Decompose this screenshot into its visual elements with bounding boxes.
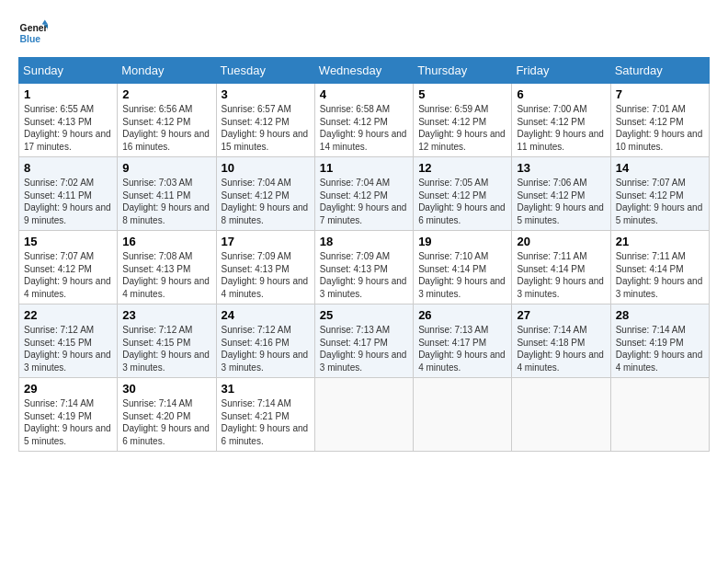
day-info: Sunrise: 7:09 AM Sunset: 4:13 PM Dayligh…	[222, 250, 310, 300]
logo: General Blue	[18, 18, 51, 48]
day-cell-19: 19 Sunrise: 7:10 AM Sunset: 4:14 PM Dayl…	[414, 231, 512, 304]
day-cell-5: 5 Sunrise: 6:59 AM Sunset: 4:12 PM Dayli…	[414, 84, 512, 157]
day-cell-15: 15 Sunrise: 7:07 AM Sunset: 4:12 PM Dayl…	[19, 231, 118, 304]
day-cell-25: 25 Sunrise: 7:13 AM Sunset: 4:17 PM Dayl…	[314, 304, 413, 378]
weekday-friday: Friday	[512, 58, 610, 84]
day-cell-29: 29 Sunrise: 7:14 AM Sunset: 4:19 PM Dayl…	[19, 378, 118, 452]
day-info: Sunrise: 6:59 AM Sunset: 4:12 PM Dayligh…	[418, 103, 506, 153]
day-info: Sunrise: 7:06 AM Sunset: 4:12 PM Dayligh…	[517, 177, 605, 226]
header: General Blue	[18, 18, 710, 48]
day-cell-31: 31 Sunrise: 7:14 AM Sunset: 4:21 PM Dayl…	[216, 378, 314, 452]
weekday-tuesday: Tuesday	[216, 58, 314, 84]
day-cell-18: 18 Sunrise: 7:09 AM Sunset: 4:13 PM Dayl…	[314, 231, 413, 304]
day-number: 16	[122, 235, 210, 248]
day-number: 28	[616, 308, 704, 322]
day-number: 27	[517, 308, 605, 322]
day-number: 22	[24, 308, 112, 322]
logo-icon: General Blue	[18, 18, 48, 48]
day-number: 12	[418, 161, 506, 175]
day-cell-30: 30 Sunrise: 7:14 AM Sunset: 4:20 PM Dayl…	[118, 378, 216, 452]
svg-marker-2	[42, 20, 48, 25]
day-number: 11	[320, 161, 408, 175]
week-row-4: 22 Sunrise: 7:12 AM Sunset: 4:15 PM Dayl…	[19, 304, 710, 378]
day-cell-11: 11 Sunrise: 7:04 AM Sunset: 4:12 PM Dayl…	[314, 157, 413, 231]
day-number: 30	[122, 382, 210, 396]
day-number: 13	[517, 161, 605, 175]
day-cell-21: 21 Sunrise: 7:11 AM Sunset: 4:14 PM Dayl…	[610, 231, 709, 304]
day-info: Sunrise: 7:12 AM Sunset: 4:15 PM Dayligh…	[24, 324, 112, 373]
day-number: 1	[24, 87, 112, 101]
day-info: Sunrise: 6:57 AM Sunset: 4:12 PM Dayligh…	[222, 103, 310, 153]
day-cell-2: 2 Sunrise: 6:56 AM Sunset: 4:12 PM Dayli…	[118, 84, 216, 157]
day-info: Sunrise: 7:02 AM Sunset: 4:11 PM Dayligh…	[24, 177, 112, 226]
day-number: 20	[517, 235, 605, 248]
day-cell-26: 26 Sunrise: 7:13 AM Sunset: 4:17 PM Dayl…	[414, 304, 512, 378]
day-cell-23: 23 Sunrise: 7:12 AM Sunset: 4:15 PM Dayl…	[118, 304, 216, 378]
day-info: Sunrise: 7:07 AM Sunset: 4:12 PM Dayligh…	[24, 250, 112, 300]
day-number: 18	[320, 235, 408, 248]
day-number: 3	[222, 87, 310, 101]
svg-text:General: General	[20, 23, 48, 33]
day-info: Sunrise: 7:12 AM Sunset: 4:16 PM Dayligh…	[222, 324, 310, 373]
empty-cell	[512, 378, 610, 452]
week-row-3: 15 Sunrise: 7:07 AM Sunset: 4:12 PM Dayl…	[19, 231, 710, 304]
day-number: 23	[122, 308, 210, 322]
day-cell-10: 10 Sunrise: 7:04 AM Sunset: 4:12 PM Dayl…	[216, 157, 314, 231]
day-info: Sunrise: 7:00 AM Sunset: 4:12 PM Dayligh…	[517, 103, 605, 153]
day-info: Sunrise: 7:14 AM Sunset: 4:19 PM Dayligh…	[24, 397, 112, 447]
day-number: 8	[24, 161, 112, 175]
day-info: Sunrise: 7:13 AM Sunset: 4:17 PM Dayligh…	[418, 324, 506, 373]
day-info: Sunrise: 6:55 AM Sunset: 4:13 PM Dayligh…	[24, 103, 112, 153]
day-info: Sunrise: 7:11 AM Sunset: 4:14 PM Dayligh…	[517, 250, 605, 300]
day-info: Sunrise: 6:56 AM Sunset: 4:12 PM Dayligh…	[122, 103, 210, 153]
empty-cell	[414, 378, 512, 452]
day-cell-14: 14 Sunrise: 7:07 AM Sunset: 4:12 PM Dayl…	[610, 157, 709, 231]
day-cell-8: 8 Sunrise: 7:02 AM Sunset: 4:11 PM Dayli…	[19, 157, 118, 231]
day-cell-22: 22 Sunrise: 7:12 AM Sunset: 4:15 PM Dayl…	[19, 304, 118, 378]
day-number: 6	[517, 87, 605, 101]
day-info: Sunrise: 7:14 AM Sunset: 4:20 PM Dayligh…	[122, 397, 210, 447]
day-cell-9: 9 Sunrise: 7:03 AM Sunset: 4:11 PM Dayli…	[118, 157, 216, 231]
day-number: 15	[24, 235, 112, 248]
weekday-monday: Monday	[118, 58, 216, 84]
day-cell-27: 27 Sunrise: 7:14 AM Sunset: 4:18 PM Dayl…	[512, 304, 610, 378]
day-info: Sunrise: 7:01 AM Sunset: 4:12 PM Dayligh…	[616, 103, 704, 153]
day-number: 14	[616, 161, 704, 175]
day-info: Sunrise: 7:10 AM Sunset: 4:14 PM Dayligh…	[418, 250, 506, 300]
week-row-5: 29 Sunrise: 7:14 AM Sunset: 4:19 PM Dayl…	[19, 378, 710, 452]
day-number: 19	[418, 235, 506, 248]
day-number: 17	[222, 235, 310, 248]
day-cell-20: 20 Sunrise: 7:11 AM Sunset: 4:14 PM Dayl…	[512, 231, 610, 304]
day-info: Sunrise: 7:13 AM Sunset: 4:17 PM Dayligh…	[320, 324, 408, 373]
day-number: 7	[616, 87, 704, 101]
day-number: 9	[122, 161, 210, 175]
day-cell-12: 12 Sunrise: 7:05 AM Sunset: 4:12 PM Dayl…	[414, 157, 512, 231]
week-row-2: 8 Sunrise: 7:02 AM Sunset: 4:11 PM Dayli…	[19, 157, 710, 231]
svg-text:Blue: Blue	[20, 34, 41, 44]
day-cell-7: 7 Sunrise: 7:01 AM Sunset: 4:12 PM Dayli…	[610, 84, 709, 157]
day-info: Sunrise: 7:11 AM Sunset: 4:14 PM Dayligh…	[616, 250, 704, 300]
weekday-thursday: Thursday	[414, 58, 512, 84]
day-cell-13: 13 Sunrise: 7:06 AM Sunset: 4:12 PM Dayl…	[512, 157, 610, 231]
day-info: Sunrise: 7:04 AM Sunset: 4:12 PM Dayligh…	[320, 177, 408, 226]
day-info: Sunrise: 7:07 AM Sunset: 4:12 PM Dayligh…	[616, 177, 704, 226]
day-cell-24: 24 Sunrise: 7:12 AM Sunset: 4:16 PM Dayl…	[216, 304, 314, 378]
weekday-wednesday: Wednesday	[314, 58, 413, 84]
day-number: 5	[418, 87, 506, 101]
day-info: Sunrise: 7:14 AM Sunset: 4:21 PM Dayligh…	[222, 397, 310, 447]
day-info: Sunrise: 7:05 AM Sunset: 4:12 PM Dayligh…	[418, 177, 506, 226]
calendar-body: 1 Sunrise: 6:55 AM Sunset: 4:13 PM Dayli…	[19, 84, 710, 452]
day-info: Sunrise: 6:58 AM Sunset: 4:12 PM Dayligh…	[320, 103, 408, 153]
day-cell-17: 17 Sunrise: 7:09 AM Sunset: 4:13 PM Dayl…	[216, 231, 314, 304]
empty-cell	[610, 378, 709, 452]
weekday-header: SundayMondayTuesdayWednesdayThursdayFrid…	[19, 58, 710, 84]
week-row-1: 1 Sunrise: 6:55 AM Sunset: 4:13 PM Dayli…	[19, 84, 710, 157]
day-info: Sunrise: 7:14 AM Sunset: 4:19 PM Dayligh…	[616, 324, 704, 373]
day-number: 29	[24, 382, 112, 396]
day-info: Sunrise: 7:12 AM Sunset: 4:15 PM Dayligh…	[122, 324, 210, 373]
day-number: 2	[122, 87, 210, 101]
day-info: Sunrise: 7:03 AM Sunset: 4:11 PM Dayligh…	[122, 177, 210, 226]
day-cell-16: 16 Sunrise: 7:08 AM Sunset: 4:13 PM Dayl…	[118, 231, 216, 304]
day-info: Sunrise: 7:08 AM Sunset: 4:13 PM Dayligh…	[122, 250, 210, 300]
day-number: 21	[616, 235, 704, 248]
